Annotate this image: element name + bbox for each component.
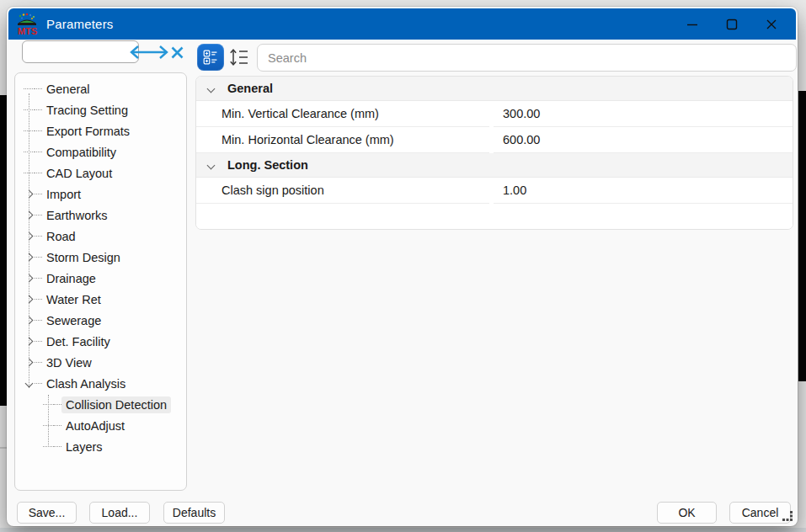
tree-item-label: Storm Design bbox=[42, 249, 125, 266]
property-value[interactable]: 1.00 bbox=[494, 178, 793, 204]
chevron-down-icon bbox=[207, 84, 216, 93]
tree-item-label: Earthworks bbox=[42, 207, 112, 224]
tree-connector bbox=[35, 215, 42, 215]
tree-item-layers[interactable]: Layers bbox=[15, 436, 186, 457]
tree-item-storm-design[interactable]: Storm Design bbox=[15, 247, 186, 268]
line-spacing-button[interactable] bbox=[229, 48, 249, 66]
section-title: Long. Section bbox=[227, 158, 308, 172]
tree-item-label: Layers bbox=[61, 439, 107, 455]
search-input[interactable] bbox=[257, 44, 797, 72]
chevron-down-icon bbox=[207, 161, 216, 169]
chevron-right-icon[interactable] bbox=[24, 189, 35, 200]
resize-grip[interactable] bbox=[782, 510, 793, 522]
tree-item-clash-analysis[interactable]: Clash Analysis bbox=[15, 373, 186, 394]
chevron-right-icon[interactable] bbox=[24, 252, 35, 263]
tree-item-label: Water Ret bbox=[42, 291, 105, 308]
chevron-down-icon[interactable] bbox=[24, 378, 35, 389]
close-button[interactable] bbox=[751, 8, 791, 40]
tree-filter-input[interactable] bbox=[22, 40, 139, 63]
tree-connector bbox=[43, 425, 54, 426]
tree-item-collision-detection[interactable]: Collision Detection bbox=[15, 394, 186, 415]
chevron-right-icon[interactable] bbox=[24, 273, 35, 284]
tree-connector bbox=[35, 299, 42, 300]
chevron-right-icon[interactable] bbox=[24, 357, 35, 368]
tree-connector bbox=[35, 152, 42, 152]
tree-connector bbox=[35, 278, 42, 279]
tree-connector bbox=[35, 109, 42, 110]
tree-item-general[interactable]: General bbox=[15, 78, 186, 99]
empty-row bbox=[196, 204, 793, 229]
chevron-right-icon[interactable] bbox=[24, 336, 35, 347]
tree-item-3d-view[interactable]: 3D View bbox=[15, 352, 186, 373]
tree-connector bbox=[24, 109, 35, 110]
tree-item-det-facility[interactable]: Det. Facility bbox=[15, 331, 186, 352]
ok-button[interactable]: OK bbox=[657, 502, 717, 524]
tree-item-tracing-setting[interactable]: Tracing Setting bbox=[15, 99, 186, 120]
tree-connector bbox=[35, 320, 42, 321]
svg-text:MTS: MTS bbox=[18, 26, 37, 36]
tree-item-earthworks[interactable]: Earthworks bbox=[15, 205, 186, 226]
background-app-right bbox=[798, 91, 806, 381]
tree-connector bbox=[35, 362, 42, 363]
chevron-right-icon[interactable] bbox=[24, 210, 35, 221]
background-app-left bbox=[0, 95, 7, 406]
parameters-dialog: MTS Parameters GeneralTracing SettingExp… bbox=[7, 7, 798, 526]
tree-item-label: Clash Analysis bbox=[42, 375, 130, 392]
tree-item-drainage[interactable]: Drainage bbox=[15, 268, 186, 289]
tree-connector bbox=[24, 152, 35, 152]
app-logo-icon: MTS bbox=[16, 13, 38, 36]
tree-connector bbox=[43, 404, 54, 405]
tree-item-sewerage[interactable]: Sewerage bbox=[15, 310, 186, 331]
chevron-right-icon[interactable] bbox=[24, 315, 35, 326]
chevron-right-icon[interactable] bbox=[24, 294, 35, 305]
tree-item-cad-layout[interactable]: CAD Layout bbox=[15, 162, 186, 184]
tree-item-water-ret[interactable]: Water Ret bbox=[15, 289, 186, 310]
tree-item-label: Det. Facility bbox=[42, 333, 115, 350]
empty-cell bbox=[196, 204, 489, 229]
tree-connector bbox=[35, 173, 42, 173]
property-grid: GeneralMin. Vertical Clearance (mm)300.0… bbox=[195, 76, 793, 230]
minimize-button[interactable] bbox=[672, 8, 712, 40]
tree-connector bbox=[35, 383, 42, 384]
tree-item-export-formats[interactable]: Export Formats bbox=[15, 120, 186, 141]
section-header[interactable]: General bbox=[196, 77, 793, 101]
load-button[interactable]: Load... bbox=[89, 502, 150, 524]
tree-item-label: Export Formats bbox=[42, 123, 134, 140]
defaults-button[interactable]: Defaults bbox=[163, 502, 225, 524]
background-divider bbox=[0, 447, 7, 449]
property-label: Clash sign position bbox=[196, 178, 489, 204]
tree-connector bbox=[35, 194, 42, 194]
tree-item-label: 3D View bbox=[42, 354, 96, 371]
tree-connector bbox=[24, 88, 35, 89]
property-row: Min. Vertical Clearance (mm)300.00 bbox=[196, 101, 793, 127]
save-button[interactable]: Save... bbox=[17, 502, 77, 524]
tree-item-import[interactable]: Import bbox=[15, 184, 186, 205]
tree-item-label: General bbox=[42, 81, 94, 98]
tree-connector bbox=[24, 130, 35, 131]
tree-item-autoadjust[interactable]: AutoAdjust bbox=[15, 415, 186, 436]
find-prev-next-icon[interactable] bbox=[128, 44, 170, 61]
clear-filter-icon[interactable] bbox=[170, 45, 184, 60]
tree-item-label: Drainage bbox=[42, 270, 100, 287]
background-bottom-strip bbox=[0, 528, 806, 532]
tree-connector bbox=[35, 88, 42, 89]
section-title: General bbox=[227, 82, 273, 95]
tree-item-compatibility[interactable]: Compatibility bbox=[15, 141, 186, 162]
empty-cell bbox=[494, 204, 793, 229]
tree: GeneralTracing SettingExport FormatsComp… bbox=[15, 78, 186, 457]
section-header[interactable]: Long. Section bbox=[196, 153, 793, 178]
tree-item-label: Import bbox=[42, 186, 85, 203]
maximize-button[interactable] bbox=[712, 8, 751, 40]
property-value[interactable]: 600.00 bbox=[494, 127, 793, 153]
tree-connector bbox=[54, 446, 61, 447]
category-view-button[interactable] bbox=[197, 44, 224, 71]
chevron-right-icon[interactable] bbox=[24, 231, 35, 242]
tree-connector bbox=[54, 425, 61, 426]
tree-item-label: AutoAdjust bbox=[61, 418, 129, 434]
tree-item-road[interactable]: Road bbox=[15, 226, 186, 247]
title-bar[interactable]: MTS Parameters bbox=[8, 8, 796, 40]
tree-item-label: Road bbox=[42, 228, 80, 245]
window-title: Parameters bbox=[46, 17, 114, 31]
property-value[interactable]: 300.00 bbox=[494, 101, 793, 127]
property-label: Min. Vertical Clearance (mm) bbox=[196, 101, 489, 127]
